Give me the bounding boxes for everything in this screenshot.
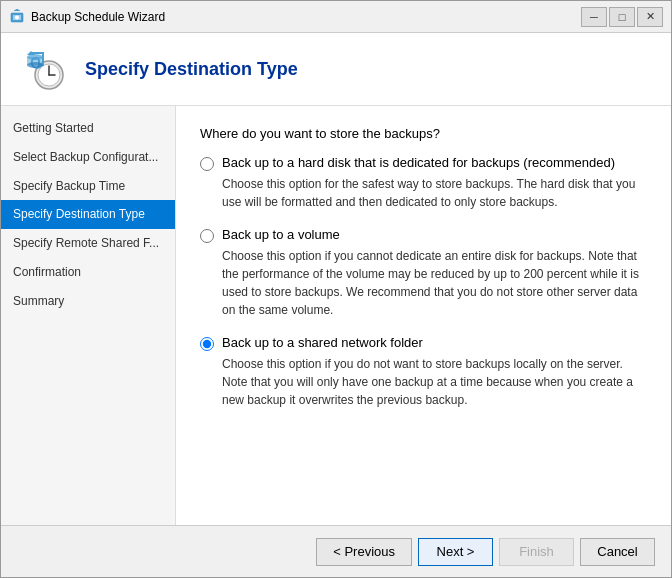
option-2-radio[interactable] bbox=[200, 229, 214, 243]
wizard-header-icon bbox=[21, 45, 69, 93]
next-button[interactable]: Next > bbox=[418, 538, 493, 566]
close-button[interactable]: ✕ bbox=[637, 7, 663, 27]
previous-button[interactable]: < Previous bbox=[316, 538, 412, 566]
option-2-desc: Choose this option if you cannot dedicat… bbox=[222, 247, 647, 319]
option-1-desc: Choose this option for the safest way to… bbox=[222, 175, 647, 211]
sidebar-item-destination-type[interactable]: Specify Destination Type bbox=[1, 200, 175, 229]
sidebar: Getting Started Select Backup Configurat… bbox=[1, 106, 176, 525]
svg-point-10 bbox=[27, 62, 43, 68]
finish-button[interactable]: Finish bbox=[499, 538, 574, 566]
title-bar-text: Backup Schedule Wizard bbox=[31, 10, 165, 24]
sidebar-item-specify-time[interactable]: Specify Backup Time bbox=[1, 172, 175, 201]
option-2-label[interactable]: Back up to a volume bbox=[222, 227, 340, 242]
title-bar: Backup Schedule Wizard ─ □ ✕ bbox=[1, 1, 671, 33]
sidebar-item-summary[interactable]: Summary bbox=[1, 287, 175, 316]
sidebar-item-remote-shared[interactable]: Specify Remote Shared F... bbox=[1, 229, 175, 258]
header-title: Specify Destination Type bbox=[85, 59, 298, 80]
option-3-desc: Choose this option if you do not want to… bbox=[222, 355, 647, 409]
option-1-radio[interactable] bbox=[200, 157, 214, 171]
sidebar-item-getting-started[interactable]: Getting Started bbox=[1, 114, 175, 143]
cancel-button[interactable]: Cancel bbox=[580, 538, 655, 566]
option-1-label[interactable]: Back up to a hard disk that is dedicated… bbox=[222, 155, 615, 170]
question-text: Where do you want to store the backups? bbox=[200, 126, 647, 141]
svg-point-2 bbox=[15, 15, 19, 19]
app-icon bbox=[9, 9, 25, 25]
minimize-button[interactable]: ─ bbox=[581, 7, 607, 27]
option-3-label[interactable]: Back up to a shared network folder bbox=[222, 335, 423, 350]
option-3-row: Back up to a shared network folder bbox=[200, 335, 647, 351]
wizard-footer: < Previous Next > Finish Cancel bbox=[1, 525, 671, 577]
title-bar-controls: ─ □ ✕ bbox=[581, 7, 663, 27]
sidebar-item-select-backup[interactable]: Select Backup Configurat... bbox=[1, 143, 175, 172]
option-1-row: Back up to a hard disk that is dedicated… bbox=[200, 155, 647, 171]
main-content: Where do you want to store the backups? … bbox=[176, 106, 671, 525]
wizard-header: Specify Destination Type bbox=[1, 33, 671, 106]
maximize-button[interactable]: □ bbox=[609, 7, 635, 27]
content-area: Getting Started Select Backup Configurat… bbox=[1, 106, 671, 525]
option-3-radio[interactable] bbox=[200, 337, 214, 351]
sidebar-item-confirmation[interactable]: Confirmation bbox=[1, 258, 175, 287]
title-bar-left: Backup Schedule Wizard bbox=[9, 9, 165, 25]
option-2-row: Back up to a volume bbox=[200, 227, 647, 243]
wizard-window: Backup Schedule Wizard ─ □ ✕ bbox=[0, 0, 672, 578]
